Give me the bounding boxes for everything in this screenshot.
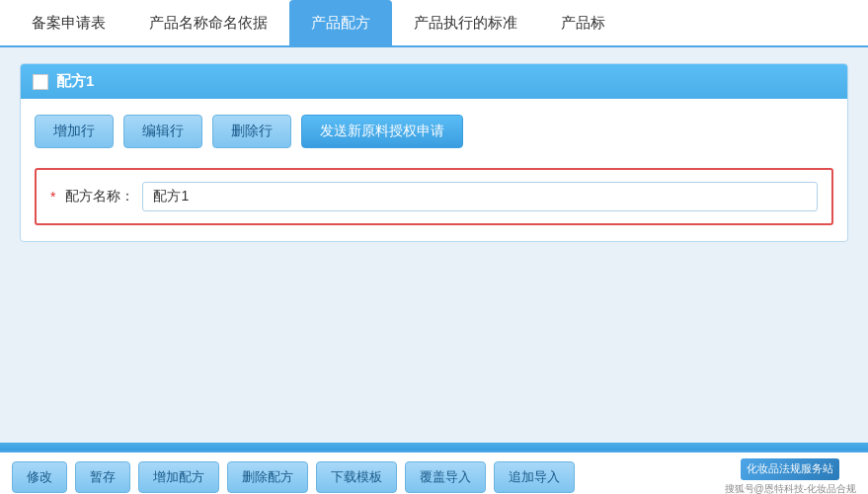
section-title: 配方1 — [56, 72, 94, 91]
edit-row-button[interactable]: 编辑行 — [123, 115, 202, 148]
send-auth-button[interactable]: 发送新原料授权申请 — [301, 115, 463, 148]
modify-button[interactable]: 修改 — [12, 461, 67, 493]
bottom-toolbar: 修改 暂存 增加配方 删除配方 下载模板 覆盖导入 追加导入 化妆品法规服务站 … — [0, 451, 868, 494]
tab-product[interactable]: 产品标 — [539, 0, 627, 45]
delete-row-button[interactable]: 删除行 — [212, 115, 291, 148]
formula-section: 配方1 增加行 编辑行 删除行 发送新原料授权申请 * 配方名称： — [20, 63, 848, 242]
formula-name-form: * 配方名称： — [35, 168, 833, 225]
delete-formula-button[interactable]: 删除配方 — [227, 461, 308, 493]
cover-import-wrap: 覆盖导入 — [405, 461, 486, 493]
watermark-sub: 搜狐号@恩特科技-化妆品合规 — [725, 482, 856, 494]
action-buttons-row: 增加行 编辑行 删除行 发送新原料授权申请 — [35, 115, 833, 148]
section-header: 配方1 — [21, 64, 847, 99]
section-checkbox[interactable] — [33, 74, 48, 90]
section-body: 增加行 编辑行 删除行 发送新原料授权申请 * 配方名称： — [21, 99, 847, 241]
main-content: 配方1 增加行 编辑行 删除行 发送新原料授权申请 * 配方名称： — [0, 47, 868, 443]
required-mark: * — [50, 189, 55, 205]
add-formula-button[interactable]: 增加配方 — [138, 461, 219, 493]
cover-import-button[interactable]: 覆盖导入 — [405, 461, 486, 493]
formula-name-label: 配方名称： — [65, 188, 134, 206]
download-template-button[interactable]: 下载模板 — [316, 461, 397, 493]
formula-name-input[interactable] — [142, 182, 818, 211]
tab-formula[interactable]: 产品配方 — [289, 0, 392, 45]
download-template-wrap: 下载模板 — [316, 461, 397, 493]
watermark-logo: 化妆品法规服务站 — [741, 458, 839, 479]
blue-divider — [0, 443, 868, 451]
append-import-button[interactable]: 追加导入 — [494, 461, 575, 493]
tab-standard[interactable]: 产品执行的标准 — [392, 0, 539, 45]
watermark-area: 化妆品法规服务站 搜狐号@恩特科技-化妆品合规 — [725, 458, 856, 494]
add-row-button[interactable]: 增加行 — [35, 115, 114, 148]
tab-filing[interactable]: 备案申请表 — [10, 0, 127, 45]
save-temp-button[interactable]: 暂存 — [75, 461, 130, 493]
tab-bar: 备案申请表 产品名称命名依据 产品配方 产品执行的标准 产品标 — [0, 0, 868, 47]
tab-naming[interactable]: 产品名称命名依据 — [127, 0, 289, 45]
